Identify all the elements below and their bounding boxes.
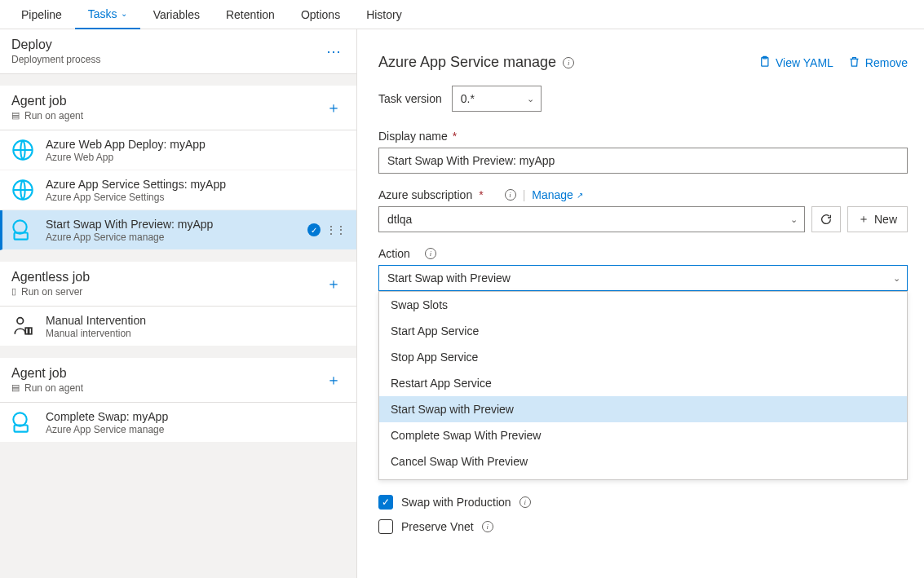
swap-production-checkbox[interactable]: ✓ <box>378 495 393 510</box>
action-option[interactable]: Complete Swap With Preview <box>379 422 907 448</box>
preserve-vnet-label: Preserve Vnet <box>401 520 474 533</box>
drag-handle-icon[interactable]: ⋮⋮ <box>325 223 345 236</box>
tab-pipeline[interactable]: Pipeline <box>8 0 75 29</box>
deploy-header[interactable]: Deploy Deployment process ⋯ <box>0 29 356 74</box>
swap-production-label: Swap with Production <box>401 496 511 509</box>
task-title: Manual Intervention <box>46 314 146 327</box>
deploy-subtitle: Deployment process <box>11 54 100 65</box>
info-icon[interactable]: i <box>425 248 436 259</box>
agentless-job-title: Agentless job <box>11 270 90 285</box>
task-start-swap[interactable]: Start Swap With Preview: myApp Azure App… <box>0 210 356 250</box>
task-subtitle: Manual intervention <box>46 328 146 339</box>
action-label: Action <box>378 247 410 260</box>
task-subtitle: Azure App Service Settings <box>46 192 226 203</box>
new-label: New <box>874 213 897 226</box>
check-icon: ✓ <box>307 223 321 236</box>
info-icon[interactable]: i <box>505 189 516 201</box>
add-task-button[interactable]: ＋ <box>322 370 345 390</box>
action-dropdown: Swap SlotsStart App ServiceStop App Serv… <box>378 291 908 480</box>
action-value: Start Swap with Preview <box>387 271 511 285</box>
tab-retention[interactable]: Retention <box>213 0 288 29</box>
chevron-down-icon: ⌄ <box>790 214 798 225</box>
agentless-job-subtitle: Run on server <box>21 286 82 298</box>
svg-rect-6 <box>29 328 32 334</box>
info-icon[interactable]: i <box>563 57 574 68</box>
add-task-button[interactable]: ＋ <box>322 98 345 117</box>
task-version-select[interactable]: 0.* ⌄ <box>452 86 542 112</box>
person-icon <box>10 313 36 339</box>
remove-label: Remove <box>865 56 908 69</box>
view-yaml-button[interactable]: View YAML <box>758 55 833 70</box>
action-option[interactable]: Stop App Service <box>379 344 907 370</box>
agent-job-2-header[interactable]: Agent job ▤ Run on agent ＋ <box>0 358 356 403</box>
task-subtitle: Azure Web App <box>46 152 206 163</box>
refresh-button[interactable] <box>811 206 841 232</box>
chevron-down-icon: ⌄ <box>893 273 900 284</box>
svg-point-7 <box>13 413 26 426</box>
task-version-value: 0.* <box>461 92 475 105</box>
task-complete-swap[interactable]: Complete Swap: myApp Azure App Service m… <box>0 403 356 443</box>
svg-point-4 <box>17 318 24 324</box>
manage-link[interactable]: Manage ↗ <box>532 188 583 201</box>
service-icon <box>10 217 36 243</box>
action-option[interactable]: Cancel Swap With Preview <box>379 448 907 474</box>
agent-job-2-title: Agent job <box>11 366 83 381</box>
more-icon[interactable]: ⋯ <box>322 42 345 60</box>
action-option[interactable]: Start App Service <box>379 318 907 344</box>
agent-job-1-subtitle: Run on agent <box>24 110 83 121</box>
tab-variables[interactable]: Variables <box>140 0 213 29</box>
task-title: Azure Web App Deploy: myApp <box>46 138 206 151</box>
task-title: Complete Swap: myApp <box>46 410 168 423</box>
action-option[interactable]: Start Swap with Preview <box>379 396 907 422</box>
task-app-settings[interactable]: Azure App Service Settings: myApp Azure … <box>0 170 356 210</box>
agentless-job-header[interactable]: Agentless job ▯ Run on server ＋ <box>0 262 356 307</box>
action-option[interactable]: Swap Slots <box>379 292 907 318</box>
action-option[interactable]: Restart App Service <box>379 370 907 396</box>
server-icon: ▯ <box>11 286 16 297</box>
info-icon[interactable]: i <box>519 496 531 508</box>
new-button[interactable]: ＋ New <box>847 206 908 232</box>
subscription-label: Azure subscription <box>378 188 472 201</box>
tab-tasks-label: Tasks <box>88 7 117 20</box>
view-yaml-label: View YAML <box>776 56 833 69</box>
display-name-input[interactable] <box>378 148 908 174</box>
task-manual-intervention[interactable]: Manual Intervention Manual intervention <box>0 307 356 346</box>
task-details-panel: Azure App Service manage i View YAML Rem… <box>357 29 924 578</box>
display-name-label: Display name <box>378 130 448 143</box>
agent-job-1-header[interactable]: Agent job ▤ Run on agent ＋ <box>0 86 356 130</box>
clipboard-icon <box>758 55 771 70</box>
task-title: Azure App Service Settings: myApp <box>46 178 226 191</box>
subscription-value: dtlqa <box>387 213 412 226</box>
remove-button[interactable]: Remove <box>848 55 908 70</box>
required-indicator: * <box>479 188 483 201</box>
subscription-select[interactable]: dtlqa ⌄ <box>378 206 805 232</box>
chevron-down-icon: ⌄ <box>527 94 534 104</box>
globe-icon <box>10 137 36 163</box>
required-indicator: * <box>453 130 457 143</box>
preserve-vnet-checkbox[interactable] <box>378 519 393 534</box>
agent-job-1-title: Agent job <box>11 94 83 108</box>
globe-icon <box>10 177 36 203</box>
external-link-icon: ↗ <box>577 191 583 200</box>
info-icon[interactable]: i <box>482 521 493 532</box>
tab-tasks[interactable]: Tasks ⌄ <box>75 0 140 29</box>
server-icon: ▤ <box>11 110 20 121</box>
svg-point-2 <box>13 220 26 233</box>
action-select[interactable]: Start Swap with Preview ⌄ <box>378 265 908 291</box>
task-title: Start Swap With Preview: myApp <box>46 218 213 231</box>
separator: | <box>523 188 526 201</box>
task-webapp-deploy[interactable]: Azure Web App Deploy: myApp Azure Web Ap… <box>0 130 356 170</box>
trash-icon <box>848 55 860 70</box>
action-option[interactable]: Delete Slot <box>379 474 907 479</box>
tab-history[interactable]: History <box>353 0 415 29</box>
server-icon: ▤ <box>11 382 20 393</box>
deploy-title: Deploy <box>11 38 100 52</box>
add-task-button[interactable]: ＋ <box>322 274 345 293</box>
task-version-label: Task version <box>378 92 442 105</box>
tasks-panel: Deploy Deployment process ⋯ Agent job ▤ … <box>0 29 357 578</box>
svg-rect-5 <box>25 328 28 334</box>
task-subtitle: Azure App Service manage <box>46 424 168 435</box>
tab-options[interactable]: Options <box>288 0 353 29</box>
task-subtitle: Azure App Service manage <box>46 232 213 243</box>
agent-job-2-subtitle: Run on agent <box>24 382 83 394</box>
